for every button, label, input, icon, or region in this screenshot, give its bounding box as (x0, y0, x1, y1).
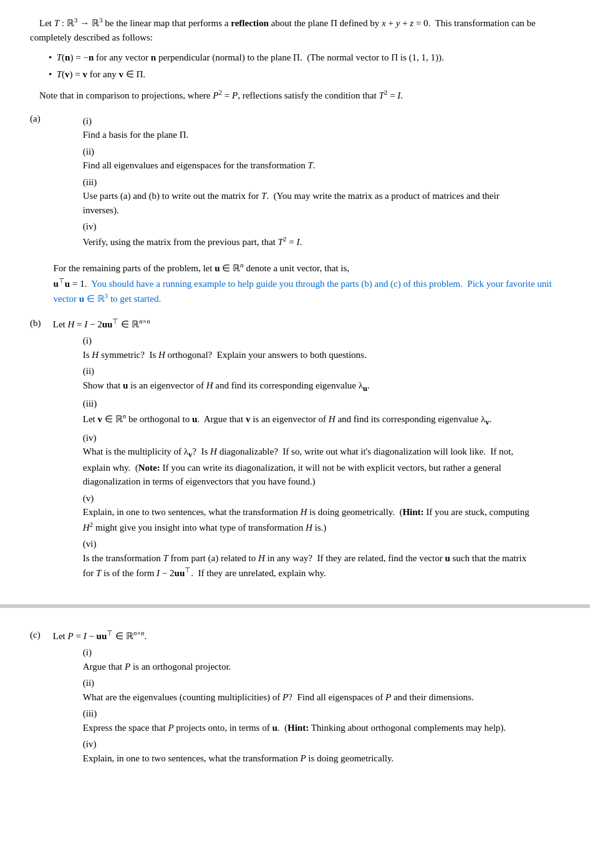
subpart-b-iv-content: What is the multiplicity of λv? Is H dia… (83, 445, 530, 489)
subpart-c-ii-content: What are the eigenvalues (counting multi… (83, 690, 530, 705)
part-c-ii: (ii) What are the eigenvalues (counting … (53, 676, 560, 704)
part-c-content: Let P = I − uu⊤ ∈ ℝn×n. (i) Argue that P… (53, 628, 560, 768)
subpart-c-i-content: Argue that P is an orthogonal projector. (83, 660, 530, 674)
part-b-ii: (ii) Show that u is an eigenvector of H … (53, 364, 560, 394)
part-b: (b) Let H = I − 2uu⊤ ∈ ℝn×n (i) Is H sym… (30, 316, 560, 583)
part-c: (c) Let P = I − uu⊤ ∈ ℝn×n. (i) Argue th… (30, 628, 560, 768)
bullet-item-2: • T(v) = v for any v ∈ Π. (49, 67, 560, 82)
part-a-iv: (iv) Verify, using the matrix from the p… (53, 219, 560, 249)
part-c-i: (i) Argue that P is an orthogonal projec… (53, 645, 560, 673)
part-a-label: (a) (30, 112, 51, 126)
part-c-iii: (iii) Express the space that P projects … (53, 706, 560, 735)
part-a-i: (i) Find a basis for the plane Π. (53, 114, 560, 142)
subpart-a-iii-content: Use parts (a) and (b) to write out the m… (83, 189, 530, 217)
subpart-b-i-label: (i) (83, 334, 111, 348)
subpart-c-i-label: (i) (83, 645, 111, 660)
page: Let T : ℝ3 → ℝ3 be the linear map that p… (0, 0, 590, 868)
subpart-c-iv-content: Explain, in one to two sentences, what t… (83, 751, 530, 766)
subpart-c-iii-label: (iii) (83, 706, 111, 721)
part-b-i: (i) Is H symmetric? Is H orthogonal? Exp… (53, 334, 560, 362)
part-c-intro: Let P = I − uu⊤ ∈ ℝn×n. (53, 631, 147, 641)
subpart-b-vi-label: (vi) (83, 537, 111, 551)
part-b-label: (b) (30, 316, 51, 330)
part-b-vi: (vi) Is the transformation T from part (… (53, 537, 560, 581)
part-b-content: Let H = I − 2uu⊤ ∈ ℝn×n (i) Is H symmetr… (53, 316, 560, 583)
subpart-b-iv-label: (iv) (83, 431, 111, 445)
top-section: Let T : ℝ3 → ℝ3 be the linear map that p… (0, 0, 590, 604)
part-b-iv: (iv) What is the multiplicity of λv? Is … (53, 431, 560, 489)
subpart-b-ii-label: (ii) (83, 364, 111, 379)
part-c-iv: (iv) Explain, in one to two sentences, w… (53, 737, 560, 765)
subpart-a-iii-label: (iii) (83, 175, 111, 190)
blue-hint-text: You should have a running example to hel… (54, 279, 552, 304)
subpart-a-i-label: (i) (83, 114, 111, 128)
part-a-ii: (ii) Find all eigenvalues and eigenspace… (53, 145, 560, 173)
bullet-list: • T(n) = −n for any vector n perpendicul… (49, 51, 560, 81)
note-paragraph: Note that in comparison to projections, … (30, 87, 560, 103)
subpart-b-iii-label: (iii) (83, 397, 111, 411)
part-b-intro: Let H = I − 2uu⊤ ∈ ℝn×n (53, 319, 150, 329)
subpart-a-i-content: Find a basis for the plane Π. (83, 128, 530, 142)
for-remaining-block: For the remaining parts of the problem, … (54, 260, 561, 306)
bullet-item-1: • T(n) = −n for any vector n perpendicul… (49, 51, 560, 65)
part-c-label: (c) (30, 628, 51, 642)
subpart-c-iv-label: (iv) (83, 737, 111, 751)
subpart-c-iii-content: Express the space that P projects onto, … (83, 721, 530, 735)
subpart-a-ii-label: (ii) (83, 145, 111, 159)
part-a-iii: (iii) Use parts (a) and (b) to write out… (53, 175, 560, 218)
intro-paragraph: Let T : ℝ3 → ℝ3 be the linear map that p… (30, 15, 560, 44)
part-a-content: (i) Find a basis for the plane Π. (ii) F… (53, 112, 560, 252)
subpart-b-i-content: Is H symmetric? Is H orthogonal? Explain… (83, 348, 530, 362)
bottom-section: (c) Let P = I − uu⊤ ∈ ℝn×n. (i) Argue th… (0, 608, 590, 868)
subpart-b-v-label: (v) (83, 491, 111, 506)
subpart-a-ii-content: Find all eigenvalues and eigenspaces for… (83, 158, 530, 173)
subpart-b-ii-content: Show that u is an eigenvector of H and f… (83, 379, 530, 395)
part-a: (a) (i) Find a basis for the plane Π. (i… (30, 112, 560, 252)
subpart-b-v-content: Explain, in one to two sentences, what t… (83, 505, 530, 534)
subpart-c-ii-label: (ii) (83, 676, 111, 690)
for-remaining-text: For the remaining parts of the problem, … (54, 260, 561, 306)
part-b-iii: (iii) Let v ∈ ℝn be orthogonal to u. Arg… (53, 397, 560, 428)
subpart-b-vi-content: Is the transformation T from part (a) re… (83, 551, 530, 581)
subpart-a-iv-label: (iv) (83, 219, 111, 234)
part-b-v: (v) Explain, in one to two sentences, wh… (53, 491, 560, 535)
subpart-b-iii-content: Let v ∈ ℝn be orthogonal to u. Argue tha… (83, 411, 530, 428)
subpart-a-iv-content: Verify, using the matrix from the previo… (83, 234, 530, 249)
